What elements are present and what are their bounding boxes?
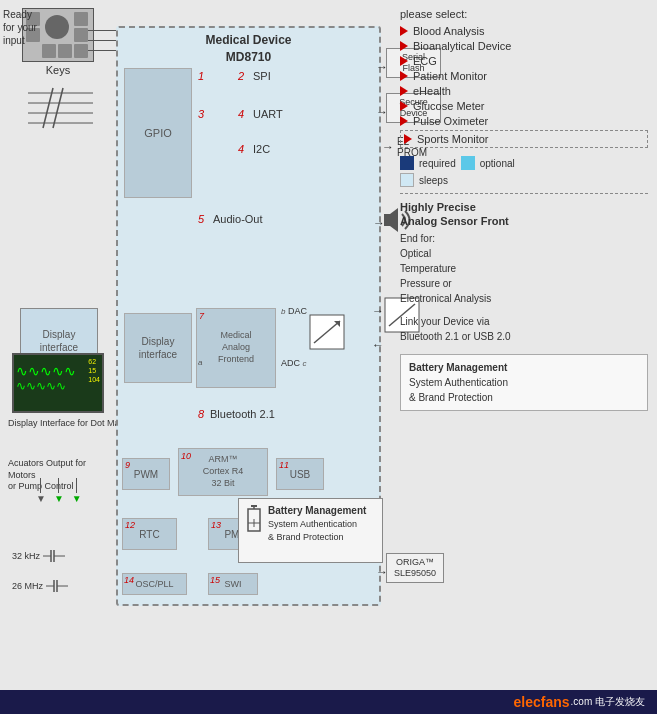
triangle-patient [400,71,408,81]
connector-h2 [88,40,116,41]
osc-pll-box: 14OSC/PLL [122,573,187,595]
sensor-temp: Temperature [400,261,648,276]
battery-right-section: Battery Management System Authentication… [400,354,648,411]
list-item-bioanalytical[interactable]: Bioanalytical Device [400,40,648,52]
audio-out-label: Audio-Out [213,213,263,225]
medical-analog-box: 7 MedicalAnalogFrontend [196,308,276,388]
svg-marker-17 [384,208,398,232]
list-item-glucose[interactable]: Glucose Meter [400,100,648,112]
battery-auth-label: System Authentication& Brand Protection [409,375,639,405]
adc-label: ADC c [281,358,307,368]
list-item-ehealth[interactable]: eHealth [400,85,648,97]
sensor-electrical: Electronical Analysis [400,291,648,306]
sensor-section: Highly PreciseAnalog Sensor Front End fo… [400,200,648,306]
footer-bar: elecfans .com 电子发烧友 [0,690,657,714]
sleeps-label: sleeps [419,175,448,186]
required-box [400,156,414,170]
md-display-iface: Displayinterface [124,313,192,383]
list-item-ecg[interactable]: ECG [400,55,648,67]
sys-auth-label: System Authentication& Brand Protection [268,518,366,543]
sensor-optical: Optical [400,246,648,261]
uart-label: UART [253,108,283,120]
sensor-title: Highly PreciseAnalog Sensor Front [400,200,648,229]
origa-box: ORIGA™SLE95050 [386,553,444,583]
signal-lines [28,78,98,142]
num-8: 8 [198,408,204,420]
triangle-bioanalytical [400,41,408,51]
ramp-symbol [308,313,346,353]
display-dot-matrix-label: Display Interface for Dot Matrix [8,418,132,430]
ready-label: Readyfor yourinput [3,8,58,47]
pwm-box: 9PWM [122,458,170,490]
num-4: 4 [238,108,244,120]
triangle-blood [400,26,408,36]
arrow-serial-flash: → [376,60,388,74]
triangle-sports [404,134,412,144]
svg-line-4 [43,88,53,128]
bluetooth-section: Link your Device viaBluetooth 2.1 or USB… [400,314,648,344]
list-item-blood[interactable]: Blood Analysis [400,25,648,37]
usb-box: 11USB [276,458,324,490]
arrow-speaker: → [373,216,385,230]
oscilloscope-display: ∿∿∿∿∿ ∿∿∿∿∿ 6215104 [12,353,104,413]
swi-box: 15SWI [208,573,258,595]
spi-label: SPI [253,70,271,82]
connector-h1 [88,30,116,31]
num-5-i2c: 4 [238,143,244,155]
arm-box: 10 ARM™Cortex R432 Bit [178,448,268,496]
num-1: 1 [198,70,204,82]
please-select-label: please select: [400,8,648,20]
dac-label: b DAC [281,306,307,316]
legend-row: required optional [400,156,648,170]
sleeps-box [400,173,414,187]
arrow-adc: ← [372,338,384,352]
triangle-ehealth [400,86,408,96]
triangle-glucose [400,101,408,111]
num-2: 2 [238,70,244,82]
list-item-sports[interactable]: Sports Monitor [400,130,648,148]
sensor-pressure: Pressure or [400,276,648,291]
battery-title: Battery Management [268,503,366,518]
triangle-pulse [400,116,408,126]
footer-suffix: .com 电子发烧友 [571,695,645,709]
keys-label: Keys [13,64,103,76]
battery-mgmt-box: Battery Management System Authentication… [238,498,383,563]
sensor-end-for: End for: [400,231,648,246]
connector-h3 [88,50,116,51]
gpio-box: GPIO [124,68,192,198]
optional-box [461,156,475,170]
footer-brand: elecfans [514,694,570,710]
sleeps-row: sleeps [400,173,648,187]
rtc-box: 12RTC [122,518,177,550]
battery-right-title: Battery Management [409,360,639,375]
selection-list: Blood Analysis Bioanalytical Device ECG … [400,25,648,148]
md-title: Medical Device MD8710 [118,28,379,66]
bluetooth-label: Bluetooth 2.1 [210,408,275,420]
arrow-origa: → [376,565,388,579]
list-item-patient[interactable]: Patient Monitor [400,70,648,82]
right-panel: please select: Blood Analysis Bioanalyti… [400,8,648,411]
actuator-arrows: ▼ ▼ ▼ [36,478,82,504]
required-label: required [419,158,456,169]
optional-label: optional [480,158,515,169]
arrow-secure-device: → [376,105,388,119]
num-3: 3 [198,108,204,120]
i2c-label: I2C [253,143,270,155]
list-item-pulse[interactable]: Pulse Oximeter [400,115,648,127]
freq-26mhz: 26 MHz [12,578,70,594]
svg-line-5 [53,88,63,128]
triangle-ecg [400,56,408,66]
arrow-dac: → [372,304,384,318]
divider-1 [400,193,648,194]
a-label: a [198,358,202,367]
freq-32khz: 32 kHz [12,548,67,564]
num-5: 5 [198,213,204,225]
